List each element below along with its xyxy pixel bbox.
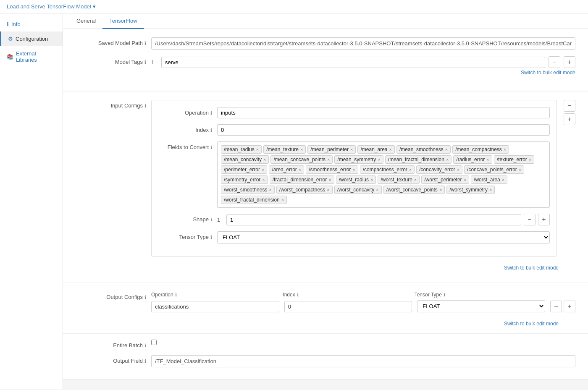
index-row: Index ℹ: [158, 124, 550, 136]
fields-to-convert-info-icon[interactable]: ℹ: [210, 145, 212, 150]
shape-input[interactable]: [226, 214, 521, 225]
output-operation-col: Operation ℹ: [151, 291, 278, 298]
output-index-label: Index ℹ: [283, 291, 409, 298]
tab-tensorflow[interactable]: TensorFlow: [102, 13, 144, 29]
output-index-col: Index ℹ: [283, 291, 409, 298]
model-tags-input-row: 1 − +: [151, 56, 575, 68]
field-tag: /mean_texture×: [263, 145, 306, 154]
field-tag: /mean_compactness×: [452, 145, 509, 154]
output-tensor-type-info-icon[interactable]: ℹ: [444, 292, 445, 298]
field-tag: /worst_compactness×: [276, 186, 333, 194]
output-field-row: Output Field ℹ: [84, 355, 575, 367]
field-tag: /compactness_error×: [360, 165, 415, 174]
output-configs-values: FLOATDOUBLEINT32INT64STRINGBOOL − +: [151, 300, 575, 312]
tensor-type-info-icon[interactable]: ℹ: [210, 235, 212, 240]
saved-model-path-label: Saved Model Path ℹ: [84, 37, 151, 46]
model-tags-info-icon[interactable]: ℹ: [144, 60, 146, 65]
model-tags-switch-bulk[interactable]: Switch to bulk edit mode: [151, 68, 575, 79]
shape-info-icon[interactable]: ℹ: [210, 217, 212, 222]
field-tag: /smoothness_error×: [306, 165, 358, 174]
shape-minus-button[interactable]: −: [524, 214, 536, 225]
tab-general[interactable]: General: [70, 13, 102, 29]
output-field-info-icon[interactable]: ℹ: [144, 359, 146, 364]
output-configs-row: Output Configs ℹ Operation ℹ: [84, 291, 575, 312]
shape-plus-button[interactable]: +: [538, 214, 550, 225]
sidebar-item-info[interactable]: ℹ Info: [0, 17, 63, 31]
saved-model-path-row: Saved Model Path ℹ: [84, 37, 575, 50]
input-configs-section: Input Configs ℹ Operation ℹ: [63, 92, 588, 283]
output-operation-input[interactable]: [151, 301, 279, 312]
field-tag: /worst_concave_points×: [383, 186, 445, 194]
saved-model-path-info-icon[interactable]: ℹ: [144, 41, 146, 46]
sidebar-item-label-info: Info: [11, 21, 21, 27]
tensor-type-select[interactable]: FLOATDOUBLEINT32INT64STRINGBOOL: [217, 231, 550, 243]
input-configs-plus-button[interactable]: +: [564, 113, 575, 125]
saved-model-path-input[interactable]: [151, 37, 575, 50]
output-field-label: Output Field ℹ: [84, 355, 151, 364]
input-configs-label: Input Configs ℹ: [84, 100, 151, 109]
output-field-input[interactable]: [151, 355, 575, 367]
output-configs-info-icon[interactable]: ℹ: [144, 295, 146, 300]
model-tags-input[interactable]: [161, 57, 545, 68]
input-configs-info-icon[interactable]: ℹ: [144, 103, 146, 109]
index-info-icon[interactable]: ℹ: [210, 128, 212, 133]
tabs: General TensorFlow: [63, 13, 588, 29]
field-tag: /fractal_dimension_error×: [270, 175, 334, 184]
shape-number: 1: [217, 217, 224, 223]
field-tag: /worst_area×: [471, 175, 507, 184]
entire-batch-row: Entire Batch ℹ: [84, 340, 575, 348]
library-icon: 📚: [7, 54, 13, 60]
sidebar-item-configuration[interactable]: ⚙ Configuration: [0, 31, 63, 46]
saved-model-path-section: Saved Model Path ℹ Model Tags ℹ: [63, 29, 588, 92]
entire-batch-checkbox[interactable]: [151, 340, 157, 345]
model-tags-minus-button[interactable]: −: [549, 56, 560, 68]
entire-batch-section: Entire Batch ℹ Output Field ℹ: [63, 334, 588, 380]
sidebar: ℹ Info ⚙ Configuration 📚 External Librar…: [0, 13, 63, 389]
config-icon: ⚙: [8, 36, 13, 42]
field-tag: /mean_radius×: [221, 145, 262, 154]
output-index-info-icon[interactable]: ℹ: [297, 292, 299, 298]
sidebar-item-external-libraries[interactable]: 📚 External Libraries: [0, 46, 63, 67]
field-tag: /mean_concave_points×: [270, 155, 333, 164]
operation-input[interactable]: [217, 107, 550, 118]
operation-row: Operation ℹ: [158, 107, 550, 118]
sidebar-item-label-configuration: Configuration: [16, 36, 48, 42]
output-configs-inner-wrapper: Operation ℹ Index ℹ: [151, 291, 575, 312]
model-tags-plus-button[interactable]: +: [564, 56, 575, 68]
input-configs-side-buttons: − +: [564, 100, 575, 257]
tensor-type-label: Tensor Type ℹ: [158, 231, 217, 240]
shape-input-row: 1 − +: [217, 214, 550, 225]
fields-to-convert-tags[interactable]: /mean_radius×/mean_texture×/mean_perimet…: [217, 141, 550, 208]
content-area: General TensorFlow Saved Model Path ℹ: [63, 13, 588, 389]
output-index-input-col: [284, 301, 412, 312]
shape-label: Shape ℹ: [158, 214, 217, 222]
input-configs-form: Input Configs ℹ Operation ℹ: [63, 92, 588, 283]
input-configs-row: Input Configs ℹ Operation ℹ: [84, 100, 575, 257]
operation-info-icon[interactable]: ℹ: [210, 110, 212, 116]
entire-batch-info-icon[interactable]: ℹ: [144, 343, 146, 348]
output-operation-label: Operation ℹ: [151, 291, 278, 298]
output-configs-plus-button[interactable]: +: [564, 301, 575, 312]
index-label: Index ℹ: [158, 124, 217, 133]
field-tag: /mean_perimeter×: [307, 145, 356, 154]
output-operation-info-icon[interactable]: ℹ: [175, 292, 177, 298]
output-configs-form: Output Configs ℹ Operation ℹ: [63, 283, 588, 333]
entire-batch-checkbox-row: [151, 340, 157, 345]
top-bar[interactable]: Load and Serve TensorFlow Model ▾: [0, 0, 588, 13]
model-tags-content: 1 − + Switch to bulk edit mode: [151, 56, 575, 79]
input-configs-minus-button[interactable]: −: [564, 100, 575, 112]
output-configs-section: Output Configs ℹ Operation ℹ: [63, 283, 588, 334]
index-input[interactable]: [217, 124, 550, 136]
input-configs-switch-bulk[interactable]: Switch to bulk edit mode: [84, 263, 575, 274]
output-index-input[interactable]: [284, 301, 412, 312]
field-tag: /mean_concavity×: [221, 155, 269, 164]
saved-model-path-input-wrapper: [151, 37, 575, 50]
output-configs-switch-bulk[interactable]: Switch to bulk edit mode: [84, 319, 575, 330]
info-icon: ℹ: [7, 21, 9, 27]
output-tensor-type-select[interactable]: FLOATDOUBLEINT32INT64STRINGBOOL: [417, 300, 545, 312]
top-bar-title: Load and Serve TensorFlow Model: [7, 3, 91, 10]
operation-label: Operation ℹ: [158, 107, 217, 116]
output-configs-minus-button[interactable]: −: [550, 301, 562, 312]
field-tag: /texture_error×: [494, 155, 534, 164]
field-tag: /perimeter_error×: [221, 165, 267, 174]
